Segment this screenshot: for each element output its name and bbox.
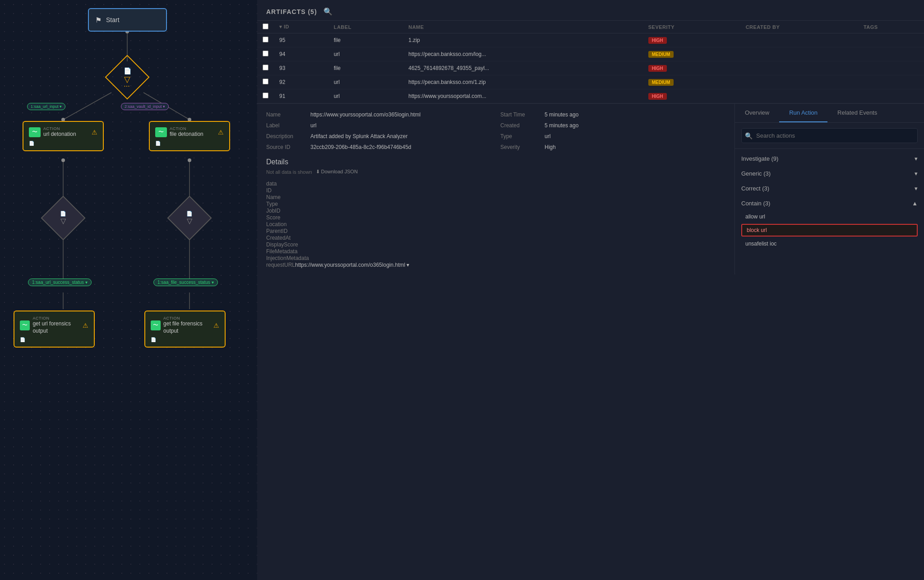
row-tags — [858, 33, 924, 47]
right-filter-diamond: 📄 ▽ — [174, 202, 205, 234]
row-checkbox[interactable] — [263, 37, 268, 42]
action-group: Contain (3)▲allow urlblock urlunsafelist… — [735, 196, 924, 250]
meta-grid: Namehttps://www.yourssoportal.com/o365lo… — [266, 110, 725, 152]
file-forensics-node[interactable]: 〜 ACTION get file forensics output ⚠ 📄 — [144, 311, 226, 348]
row-label: file — [328, 61, 403, 75]
row-id: 91 — [274, 89, 328, 103]
row-name: https://pecan.banksso.com/1.zip — [403, 75, 643, 89]
action-group-item[interactable]: allow url — [735, 210, 924, 223]
row-name: https://pecan.banksso.com/log... — [403, 47, 643, 61]
action-group-header[interactable]: Contain (3)▲ — [735, 196, 924, 210]
url-forensics-node[interactable]: 〜 ACTION get url forensics output ⚠ 📄 — [14, 311, 95, 348]
svg-point-11 — [188, 158, 191, 162]
download-json-link[interactable]: ⬇ Download JSON — [316, 169, 358, 175]
select-all-checkbox[interactable] — [263, 23, 268, 29]
tags-header: TAGS — [858, 21, 924, 33]
row-id: 94 — [274, 47, 328, 61]
row-tags — [858, 89, 924, 103]
file-forensics-icon: 〜 — [151, 320, 161, 330]
url-detonation-title: url detonation — [43, 131, 76, 138]
data-field-row: Type — [266, 200, 725, 207]
row-id: 95 — [274, 33, 328, 47]
table-row[interactable]: 93 file 4625_7614892678_49355_payl... HI… — [257, 61, 924, 75]
row-severity: MEDIUM — [643, 75, 740, 89]
action-group: Correct (3)▾ — [735, 181, 924, 195]
meta-row: DescriptionArtifact added by Splunk Atta… — [266, 132, 491, 141]
data-field-row: ParentID — [266, 227, 725, 234]
vault-input-label: 2:saa_vault_id_input ▾ — [121, 103, 169, 110]
flag-icon: ⚑ — [95, 16, 102, 24]
action-group-item[interactable]: block url — [741, 224, 918, 237]
data-field-row: DisplayScore — [266, 241, 725, 248]
data-field-row: Score — [266, 214, 725, 221]
flow-canvas: ⚑ Start 📄 ▽ ••• 1:saa_url_input ▾ 2:saa_… — [0, 0, 257, 580]
row-checkbox[interactable] — [263, 51, 268, 56]
id-header: ▾ ID — [274, 21, 328, 33]
table-row[interactable]: 95 file 1.zip HIGH — [257, 33, 924, 47]
row-tags — [858, 61, 924, 75]
name-header: NAME — [403, 21, 643, 33]
actions-list: Investigate (9)▾Generic (3)▾Correct (3)▾… — [735, 149, 924, 274]
file-detonation-node[interactable]: 〜 ACTION file detonation ⚠ 📄 — [149, 121, 230, 151]
data-field-row: Location — [266, 221, 725, 227]
not-all-data: Not all data is shown ⬇ Download JSON — [266, 169, 725, 175]
artifacts-search-button[interactable]: 🔍 — [323, 7, 333, 16]
table-row[interactable]: 92 url https://pecan.banksso.com/1.zip M… — [257, 75, 924, 89]
action-group-header[interactable]: Generic (3)▾ — [735, 167, 924, 181]
severity-header: SEVERITY — [643, 21, 740, 33]
meta-row: Source ID32ccb209-206b-485a-8c2c-f96b474… — [266, 143, 491, 152]
action-group-header[interactable]: Investigate (9)▾ — [735, 152, 924, 166]
url-forensics-icon: 〜 — [20, 320, 30, 330]
panel-tab-run-action[interactable]: Run Action — [779, 104, 827, 122]
row-checkbox[interactable] — [263, 65, 268, 70]
table-row[interactable]: 94 url https://pecan.banksso.com/log... … — [257, 47, 924, 61]
row-id: 93 — [274, 61, 328, 75]
row-checkbox[interactable] — [263, 79, 268, 84]
meta-row: Created5 minutes ago — [500, 121, 725, 130]
row-severity: HIGH — [643, 33, 740, 47]
file-detonation-footer: 📄 — [155, 141, 224, 146]
table-row[interactable]: 91 url https://www.yourssoportal.com... … — [257, 89, 924, 103]
data-field-row: requestURLhttps://www.yourssoportal.com/… — [266, 261, 725, 268]
svg-line-1 — [63, 93, 111, 120]
file-forensics-footer: 📄 — [151, 337, 219, 342]
row-created-by — [740, 33, 858, 47]
url-detonation-node[interactable]: 〜 ACTION url detonation ⚠ 📄 — [23, 121, 104, 151]
start-node[interactable]: ⚑ Start — [88, 8, 167, 32]
meta-row: Typeurl — [500, 132, 725, 141]
row-name: 1.zip — [403, 33, 643, 47]
url-forensics-title: get url forensics output — [32, 320, 80, 334]
panel-tabs: OverviewRun ActionRelated Events — [735, 104, 924, 123]
row-severity: MEDIUM — [643, 47, 740, 61]
row-name: 4625_7614892678_49355_payl... — [403, 61, 643, 75]
action-group: Investigate (9)▾ — [735, 152, 924, 166]
file-forensics-warning: ⚠ — [213, 322, 219, 329]
search-actions-input[interactable] — [741, 128, 918, 143]
meta-row: Labelurl — [266, 121, 491, 130]
file-detonation-action-label: ACTION — [170, 126, 203, 131]
row-checkbox[interactable] — [263, 93, 268, 98]
panel-tab-overview[interactable]: Overview — [735, 104, 779, 122]
url-forensics-footer: 📄 — [20, 337, 88, 342]
row-created-by — [740, 61, 858, 75]
label-header: LABEL — [328, 21, 403, 33]
url-success-badge: 1:saa_url_success_status ▾ — [28, 278, 92, 286]
row-id: 92 — [274, 75, 328, 89]
action-group: Generic (3)▾ — [735, 167, 924, 181]
file-success-badge: 1:saa_file_success_status ▾ — [153, 278, 218, 286]
right-panel: ARTIFACTS (5) 🔍 ▾ ID LABEL NAME SEVERITY… — [257, 0, 924, 580]
data-field-row: CreatedAt — [266, 234, 725, 241]
row-label: file — [328, 33, 403, 47]
select-all-header — [257, 21, 274, 33]
artifacts-header: ARTIFACTS (5) 🔍 — [257, 0, 924, 21]
panel-tab-related-events[interactable]: Related Events — [827, 104, 887, 122]
row-severity: HIGH — [643, 61, 740, 75]
action-group-item[interactable]: unsafelist ioc — [735, 237, 924, 250]
top-filter-diamond: 📄 ▽ ••• — [111, 61, 143, 93]
file-detonation-title: file detonation — [170, 131, 203, 138]
action-group-header[interactable]: Correct (3)▾ — [735, 181, 924, 195]
file-forensics-action-label: ACTION — [163, 316, 211, 320]
data-fields: dataIDNameTypeJobIDScoreLocationParentID… — [266, 180, 725, 268]
data-field-row: ID — [266, 187, 725, 194]
artifacts-title: ARTIFACTS (5) — [266, 8, 317, 15]
